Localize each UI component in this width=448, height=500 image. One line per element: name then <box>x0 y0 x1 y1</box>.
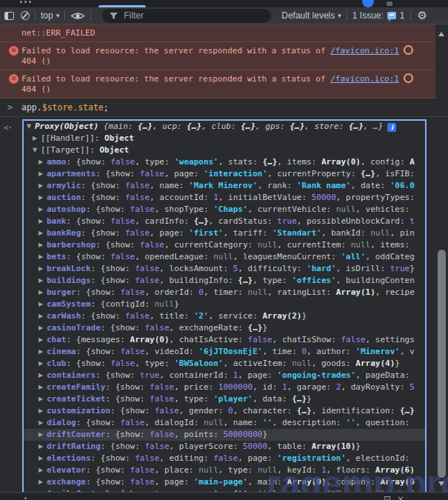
tree-row[interactable]: ▶customization: {show: false, gender: 0,… <box>24 405 425 417</box>
disclosure-triangle-icon[interactable]: ▶ <box>39 192 47 204</box>
tree-row[interactable]: ▶elevator: {show: false, place: null, ty… <box>24 464 425 476</box>
tree-row[interactable]: ▶auction: {show: false, accountId: 1, in… <box>24 192 425 204</box>
property-key: autoshop <box>47 204 86 214</box>
tree-row[interactable]: ▶camSystem: {configId: null} <box>24 299 425 310</box>
disclosure-triangle-icon[interactable]: ▶ <box>39 453 47 464</box>
tree-row[interactable]: ▶driftRating: {show: false, playerScore:… <box>24 441 425 453</box>
disclosure-triangle-icon[interactable]: ▶ <box>39 299 47 310</box>
disclosure-triangle-icon[interactable]: ▶ <box>39 227 47 239</box>
disclosure-triangle-icon[interactable]: ▶ <box>39 464 47 476</box>
tree-row[interactable]: ▶ammo: {show: false, type: 'weapons', st… <box>24 156 425 168</box>
tree-row[interactable]: ▶dialog: {show: false, dialogId: null, n… <box>24 417 425 429</box>
disclosure-triangle-icon[interactable]: ▶ <box>39 346 47 358</box>
property-preview: : {show: false, dialogId: null, name: ''… <box>76 418 409 427</box>
error-circle-icon: ✕ <box>9 46 19 56</box>
log-levels-selector[interactable]: Default levels ▾ <box>281 10 341 21</box>
toggle-sidebar-button[interactable] <box>4 8 14 23</box>
tree-row[interactable]: ▶club: {show: false, type: 'BWSaloon', a… <box>24 358 425 370</box>
tree-row[interactable]: ▶burger: {show: false, orderId: 0, timer… <box>24 287 425 299</box>
disclosure-triangle-icon[interactable]: ▶ <box>39 156 47 168</box>
tree-row[interactable]: ▶autoshop: {show: false, shopType: 'Chap… <box>24 204 425 216</box>
console-result: <· ▼Proxy(Object) {main: {…}, ucp: {…}, … <box>0 119 448 492</box>
tree-row[interactable]: ▶elections: {show: false, editing: false… <box>24 453 425 464</box>
disclosure-triangle-icon[interactable]: ▶ <box>39 417 47 429</box>
execution-context-selector[interactable]: top ▾ <box>41 10 59 21</box>
property-preview: : {show: false, gender: 0, character: {…… <box>110 406 415 416</box>
disclosure-triangle-icon[interactable]: ▶ <box>39 393 47 405</box>
tree-row[interactable]: ▶breakLock: {show: false, locksAmount: 5… <box>24 263 425 275</box>
tree-row[interactable]: ▶armylic: {show: false, name: 'Mark Mine… <box>24 180 425 192</box>
error-source-link[interactable]: /favicon.ico:1 <box>330 46 399 56</box>
disclosure-triangle-icon[interactable]: ▶ <box>39 287 47 299</box>
profile-avatar[interactable] <box>362 0 374 7</box>
disclosure-triangle-icon[interactable]: ▶ <box>39 204 47 216</box>
tree-row[interactable]: ▶bank: {show: false, cardInfo: {…}, card… <box>24 216 425 227</box>
tree-row[interactable]: ▶driftCounter: {show: false, points: 500… <box>24 429 425 441</box>
live-expression-button[interactable] <box>70 8 85 23</box>
issues-counter[interactable]: 1 Issue: 1 <box>352 10 405 21</box>
tree-row[interactable]: ▶cinema: {show: false, videoId: '6jJTOos… <box>24 346 425 358</box>
command-segment: $store.state <box>42 102 104 113</box>
tree-row[interactable]: ▶exchange: {show: false, page: 'main-pag… <box>24 476 425 488</box>
property-key: armylic <box>47 181 81 190</box>
disclosure-triangle-icon[interactable]: ▶ <box>39 429 47 441</box>
scrollbar-thumb[interactable] <box>438 250 446 478</box>
info-icon[interactable]: i <box>387 123 396 132</box>
tree-row[interactable]: ▶apartments: {show: false, page: 'intera… <box>24 168 425 180</box>
disclosure-triangle-icon[interactable]: ▶ <box>33 133 41 144</box>
error-source-link[interactable]: /favicon.ico:1 <box>330 74 399 84</box>
scroll-up-arrow-icon[interactable] <box>438 29 444 36</box>
filter-input[interactable] <box>124 10 264 21</box>
property-preview: : {show: false, cardInfo: {…}, cardStatu… <box>67 216 415 226</box>
disclosure-triangle-icon[interactable]: ▶ <box>39 358 47 370</box>
error-text: net::ERR_FAILED <box>21 28 95 38</box>
property-key: driftCounter <box>47 430 105 439</box>
tree-row[interactable]: ▶buildings: {show: false, buildingInfo: … <box>24 275 425 287</box>
tree-row[interactable]: ▶bets: {show: false, openedLeague: null,… <box>24 251 425 263</box>
disclosure-triangle-icon[interactable]: ▶ <box>39 310 47 322</box>
scrollbar[interactable] <box>435 24 448 492</box>
disclosure-triangle-icon[interactable]: ▶ <box>39 275 47 287</box>
disclosure-triangle-icon[interactable]: ▶ <box>39 322 47 334</box>
tree-row[interactable]: ▼Proxy(Object) {main: {…}, ucp: {…}, clu… <box>24 121 425 133</box>
disclosure-triangle-icon[interactable]: ▶ <box>39 251 47 263</box>
tree-row[interactable]: ▶chat: {messages: Array(0), chatIsActive… <box>24 334 425 346</box>
disclosure-triangle-icon[interactable]: ▶ <box>39 263 47 275</box>
tree-row[interactable]: ▶createTicket: {show: false, type: 'play… <box>24 393 425 405</box>
disclosure-triangle-icon[interactable]: ▶ <box>39 370 47 381</box>
disclosure-triangle-icon[interactable]: ▶ <box>39 334 47 346</box>
error-detail-icon[interactable] <box>404 73 413 83</box>
disclosure-triangle-icon[interactable]: ▶ <box>39 476 47 488</box>
disclosure-triangle-icon[interactable]: ▶ <box>39 239 47 251</box>
tree-row[interactable]: ▶casinoTrade: {show: false, exchangeRate… <box>24 322 425 334</box>
disclosure-triangle-icon[interactable]: ▶ <box>39 168 47 180</box>
drawer-icon-partial[interactable]: × <box>397 494 404 500</box>
scroll-down-arrow-icon[interactable] <box>438 481 444 489</box>
tree-row[interactable]: ▶carWash: {show: false, title: '2', serv… <box>24 310 425 322</box>
tree-row[interactable]: ▼[[Target]]: Object <box>24 144 425 156</box>
filter-box[interactable] <box>102 9 271 23</box>
disclosure-triangle-icon[interactable]: ▶ <box>39 441 47 453</box>
tree-row[interactable]: ▶bankReg: {show: false, page: 'first', t… <box>24 227 425 239</box>
settings-button[interactable]: ⚙ <box>416 8 427 23</box>
disclosure-triangle-icon[interactable]: ▶ <box>39 216 47 227</box>
clear-console-button[interactable] <box>21 8 30 23</box>
tree-row[interactable]: ▶containers: {show: true, containerId: 1… <box>24 370 425 381</box>
property-key: cinema <box>47 347 76 356</box>
error-message[interactable]: net::ERR_FAILED <box>0 24 435 41</box>
disclosure-triangle-icon[interactable]: ▶ <box>39 381 47 393</box>
disclosure-triangle-icon[interactable]: ▶ <box>39 180 47 192</box>
error-message[interactable]: ✕ Failed to load resource: the server re… <box>0 41 435 70</box>
disclosure-triangle-icon[interactable]: ▼ <box>33 144 41 156</box>
tree-row[interactable]: ▶barbershop: {show: false, currentCatego… <box>24 239 425 251</box>
drawer-icon-partial[interactable]: ⊡ <box>384 494 391 500</box>
console-messages: net::ERR_FAILED ✕ Failed to load resourc… <box>0 24 448 492</box>
error-message[interactable]: ✕ Failed to load resource: the server re… <box>0 70 435 99</box>
disclosure-triangle-icon[interactable]: ▶ <box>39 405 47 417</box>
tree-row[interactable]: ▶createFamily: {show: false, price: 1000… <box>24 381 425 393</box>
tree-row[interactable]: ▶[[Handler]]: Object <box>24 133 425 144</box>
error-detail-icon[interactable] <box>404 45 413 55</box>
disclosure-triangle-icon[interactable]: ▼ <box>27 121 35 133</box>
property-key: [[Target]] <box>41 145 90 155</box>
console-command[interactable]: > app.$store.state; <box>0 99 448 117</box>
